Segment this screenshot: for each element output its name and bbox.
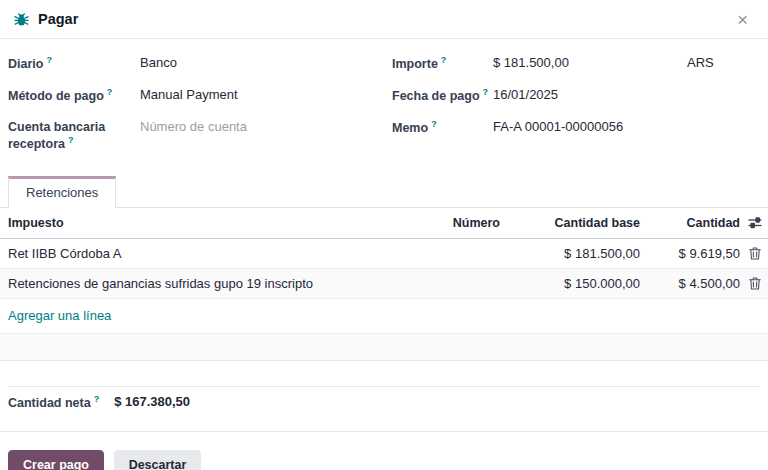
col-header-cantidad[interactable]: Cantidad — [640, 216, 740, 230]
metodo-pago-label: Método de pago? — [8, 85, 140, 104]
dialog-title: Pagar — [38, 11, 78, 27]
add-line-link[interactable]: Agregar una línea — [8, 308, 111, 323]
currency-field[interactable]: ARS — [687, 53, 714, 70]
cell-impuesto[interactable]: Retenciones de ganancias sufridas gupo 1… — [8, 276, 360, 291]
retenciones-table: Impuesto Número Cantidad base Cantidad R… — [0, 208, 768, 361]
fecha-pago-input[interactable]: 16/01/2025 — [493, 85, 558, 102]
fecha-pago-label: Fecha de pago? — [392, 85, 493, 104]
field-cuenta-bancaria: Cuenta bancaria receptora? Número de cue… — [8, 117, 374, 153]
memo-input[interactable]: FA-A 00001-00000056 — [493, 117, 623, 134]
diario-label: Diario? — [8, 53, 140, 72]
cuenta-bancaria-input[interactable]: Número de cuenta — [140, 117, 247, 134]
field-memo: Memo? FA-A 00001-00000056 — [392, 117, 758, 137]
help-icon: ? — [68, 135, 74, 145]
col-header-numero[interactable]: Número — [360, 216, 500, 230]
cell-cantidad[interactable]: $ 4.500,00 — [640, 276, 740, 291]
importe-input[interactable]: $ 181.500,00 — [493, 53, 629, 70]
delete-row-icon[interactable] — [746, 277, 764, 290]
table-row[interactable]: Ret IIBB Córdoba A $ 181.500,00 $ 9.619,… — [0, 239, 768, 269]
help-icon: ? — [483, 87, 489, 97]
help-icon: ? — [107, 87, 113, 97]
net-amount-value: $ 167.380,50 — [114, 394, 190, 409]
cell-cantidad-base[interactable]: $ 150.000,00 — [500, 276, 640, 291]
net-amount-label: Cantidad neta? — [8, 394, 99, 410]
cell-cantidad[interactable]: $ 9.619,50 — [640, 246, 740, 261]
memo-label: Memo? — [392, 117, 493, 136]
metodo-pago-input[interactable]: Manual Payment — [140, 85, 238, 102]
tab-retenciones[interactable]: Retenciones — [8, 176, 116, 208]
dialog-header: Pagar × — [0, 0, 768, 39]
help-icon: ? — [94, 394, 100, 404]
help-icon: ? — [46, 55, 52, 65]
cell-impuesto[interactable]: Ret IIBB Córdoba A — [8, 246, 360, 261]
optional-columns-icon[interactable] — [746, 216, 764, 229]
table-footer-band — [0, 334, 768, 361]
net-amount-row: Cantidad neta? $ 167.380,50 — [0, 387, 768, 416]
add-line-row: Agregar una línea — [0, 299, 768, 334]
create-payment-button[interactable]: Crear pago — [8, 450, 104, 470]
diario-input[interactable]: Banco — [140, 53, 177, 70]
field-diario: Diario? Banco — [8, 53, 374, 73]
table-row[interactable]: Retenciones de ganancias sufridas gupo 1… — [0, 269, 768, 299]
payment-form: Diario? Banco Método de pago? Manual Pay… — [0, 39, 768, 169]
cuenta-bancaria-label: Cuenta bancaria receptora? — [8, 117, 140, 153]
help-icon: ? — [441, 55, 447, 65]
col-header-cantidad-base[interactable]: Cantidad base — [500, 216, 640, 230]
cell-cantidad-base[interactable]: $ 181.500,00 — [500, 246, 640, 261]
table-header-row: Impuesto Número Cantidad base Cantidad — [0, 208, 768, 239]
help-icon: ? — [431, 119, 437, 129]
field-importe: Importe? $ 181.500,00 ARS — [392, 53, 758, 73]
col-header-impuesto[interactable]: Impuesto — [8, 216, 360, 230]
field-metodo-pago: Método de pago? Manual Payment — [8, 85, 374, 105]
notebook-tabs: Retenciones — [0, 175, 768, 208]
delete-row-icon[interactable] — [746, 247, 764, 260]
field-fecha-pago: Fecha de pago? 16/01/2025 — [392, 85, 758, 105]
bug-icon — [14, 12, 29, 27]
dialog-footer: Crear pago Descartar — [0, 431, 768, 470]
close-icon[interactable]: × — [731, 8, 754, 31]
discard-button[interactable]: Descartar — [114, 450, 202, 470]
importe-label: Importe? — [392, 53, 493, 72]
